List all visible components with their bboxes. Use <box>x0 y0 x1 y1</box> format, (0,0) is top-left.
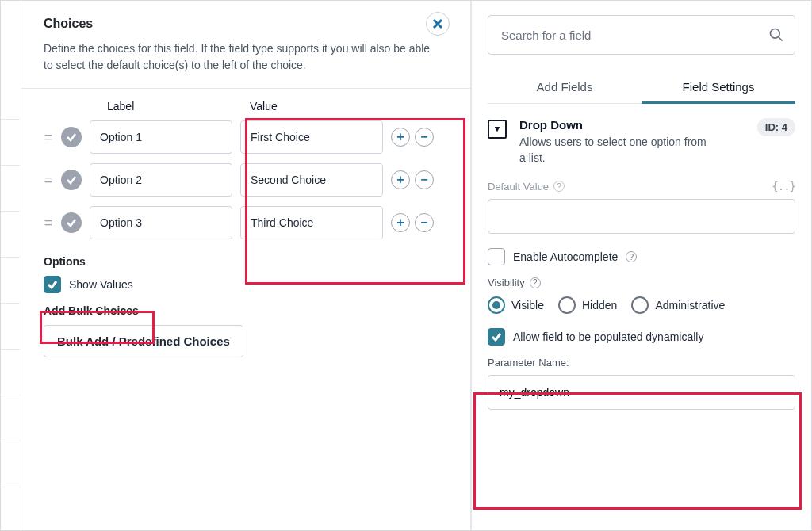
tab-field-settings[interactable]: Field Settings <box>642 71 795 103</box>
drag-handle-icon[interactable]: = <box>44 215 53 231</box>
drag-handle-icon[interactable]: = <box>44 129 53 146</box>
field-id-badge: ID: 4 <box>757 118 795 136</box>
default-choice-toggle[interactable] <box>61 127 82 147</box>
column-header-label: Label <box>107 100 250 113</box>
choices-title: Choices <box>44 17 448 31</box>
search-icon <box>768 27 784 43</box>
choice-row: = + − <box>44 206 448 239</box>
choice-row: = + − <box>44 120 448 154</box>
help-icon[interactable]: ? <box>626 251 637 262</box>
default-value-input[interactable] <box>488 199 795 234</box>
remove-choice-button[interactable]: − <box>415 213 434 232</box>
enable-autocomplete-checkbox[interactable] <box>488 248 505 266</box>
search-input[interactable] <box>488 15 795 55</box>
remove-choice-button[interactable]: − <box>415 128 434 147</box>
default-choice-toggle[interactable] <box>61 212 82 233</box>
enable-autocomplete-label: Enable Autocomplete <box>513 250 618 263</box>
add-choice-button[interactable]: + <box>391 170 410 189</box>
form-canvas-edge <box>1 1 20 530</box>
help-icon[interactable]: ? <box>530 277 541 288</box>
visibility-radio-visible[interactable]: Visible <box>488 296 544 314</box>
choice-value-input[interactable] <box>240 206 383 239</box>
close-icon <box>432 18 443 29</box>
choice-label-input[interactable] <box>90 206 232 239</box>
choices-grid: Label Value = + − = <box>44 89 448 239</box>
app-window: Choices Define the choices for this fiel… <box>0 0 812 531</box>
bulk-add-button[interactable]: Bulk Add / Predefined Choices <box>44 325 243 357</box>
remove-choice-button[interactable]: − <box>415 170 434 189</box>
field-settings-panel: Add Fields Field Settings Drop Down Allo… <box>471 1 811 530</box>
field-type-summary: Drop Down Allows users to select one opt… <box>488 104 795 180</box>
parameter-name-input[interactable] <box>488 375 795 410</box>
add-choice-button[interactable]: + <box>391 128 410 147</box>
sidebar-tabs: Add Fields Field Settings <box>488 71 795 104</box>
parameter-name-label: Parameter Name: <box>488 357 569 369</box>
field-search <box>488 15 795 55</box>
default-value-label: Default Value <box>488 181 549 193</box>
visibility-radio-group: Visible Hidden Administrative <box>488 296 795 314</box>
svg-point-0 <box>771 29 780 39</box>
allow-dynamic-populate-label: Allow field to be populated dynamically <box>513 330 703 343</box>
choice-label-input[interactable] <box>90 163 232 197</box>
visibility-label: Visibility <box>488 277 525 288</box>
choices-panel: Choices Define the choices for this fiel… <box>21 1 471 530</box>
visibility-radio-administrative[interactable]: Administrative <box>631 296 725 314</box>
add-choice-button[interactable]: + <box>391 213 410 232</box>
options-heading: Options <box>44 255 448 268</box>
allow-dynamic-populate-checkbox[interactable] <box>488 328 505 346</box>
choice-value-input[interactable] <box>240 163 383 197</box>
add-bulk-choices-heading: Add Bulk Choices <box>44 304 448 317</box>
default-choice-toggle[interactable] <box>61 170 82 190</box>
tab-add-fields[interactable]: Add Fields <box>488 71 642 103</box>
choice-label-input[interactable] <box>90 120 232 154</box>
choice-value-input[interactable] <box>240 120 383 154</box>
visibility-radio-hidden[interactable]: Hidden <box>558 296 617 314</box>
show-values-checkbox[interactable] <box>44 276 61 293</box>
drag-handle-icon[interactable]: = <box>44 172 53 189</box>
help-icon[interactable]: ? <box>553 181 565 192</box>
choice-row: = + − <box>44 163 448 197</box>
field-type-description: Allows users to select one option from a… <box>519 135 710 166</box>
close-flyout-button[interactable] <box>426 12 450 36</box>
field-type-title: Drop Down <box>519 118 710 132</box>
choices-description: Define the choices for this field. If th… <box>44 40 440 74</box>
merge-tag-icon[interactable]: {..} <box>772 180 795 193</box>
show-values-label: Show Values <box>69 278 133 291</box>
dropdown-field-icon <box>488 120 507 139</box>
column-header-value: Value <box>250 100 393 113</box>
